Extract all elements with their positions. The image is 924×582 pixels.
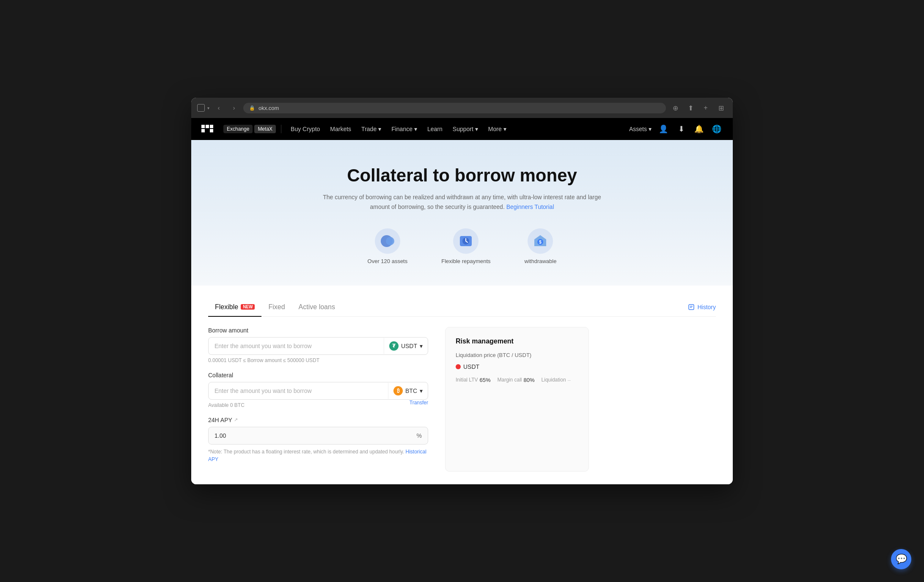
apy-group: 24H APY ↗ % *Note: The product has a flo…	[208, 417, 428, 463]
risk-currency-row: USDT	[456, 363, 578, 370]
risk-metric-ltv: Initial LTV 65%	[456, 377, 491, 383]
risk-metric-liquidation: Liquidation –	[542, 377, 571, 383]
transfer-link[interactable]: Transfer	[410, 400, 428, 408]
history-icon	[688, 304, 695, 310]
collateral-input[interactable]	[209, 382, 388, 399]
nav-divider	[281, 125, 281, 133]
borrow-currency-chevron: ▾	[420, 343, 423, 349]
tab-list: Flexible NEW Fixed Active loans	[208, 298, 688, 316]
trade-chevron: ▾	[378, 126, 381, 132]
nav-buy-crypto[interactable]: Buy Crypto	[286, 123, 324, 135]
feature-repayments: Flexible repayments	[441, 228, 490, 264]
nav-person-icon[interactable]: 👤	[657, 123, 669, 135]
feature-assets-icon	[375, 228, 400, 254]
tabs-bar: ▾	[197, 104, 209, 112]
collateral-hint-row: Available 0 BTC Transfer	[208, 400, 428, 408]
tab-icon	[197, 104, 205, 112]
tab-fixed[interactable]: Fixed	[261, 298, 292, 317]
nav-support[interactable]: Support ▾	[448, 123, 482, 135]
nav-more[interactable]: More ▾	[484, 123, 511, 135]
borrow-currency-label: USDT	[401, 343, 417, 349]
support-chevron: ▾	[475, 126, 478, 132]
nav-right: Assets ▾ 👤 ⬇ 🔔 🌐	[629, 123, 723, 135]
more-chevron: ▾	[503, 126, 506, 132]
nav-markets[interactable]: Markets	[326, 123, 355, 135]
borrow-label: Borrow amount	[208, 327, 428, 334]
nav-assets-button[interactable]: Assets ▾	[629, 126, 652, 132]
okx-logo	[201, 125, 218, 133]
tutorial-link[interactable]: Beginners Tutorial	[506, 203, 554, 210]
risk-dot	[456, 364, 461, 369]
feature-assets-label: Over 120 assets	[368, 258, 408, 264]
risk-subtitle: Liquidation price (BTC / USDT)	[456, 352, 578, 358]
collateral-label: Collateral	[208, 372, 428, 379]
nav-bell-icon[interactable]: 🔔	[693, 123, 705, 135]
browser-chrome: ▾ ‹ › 🔒 okx.com ⊕ ⬆ + ⊞	[191, 98, 733, 118]
nav-metax-tag[interactable]: MetaX	[254, 125, 276, 133]
feature-withdraw-icon: $	[528, 228, 553, 254]
tab-flexible[interactable]: Flexible NEW	[208, 298, 261, 317]
risk-title: Risk management	[456, 338, 578, 345]
nav-finance[interactable]: Finance ▾	[387, 123, 421, 135]
feature-repayments-icon	[453, 228, 478, 254]
new-badge: NEW	[241, 304, 255, 310]
usdt-icon: ₮	[389, 341, 399, 351]
borrow-amount-group: Borrow amount ₮ USDT ▾ 0.00001 USDT ≤ Bo…	[208, 327, 428, 363]
svg-rect-0	[201, 125, 205, 128]
feature-withdraw: $ withdrawable	[525, 228, 557, 264]
apy-label: 24H APY ↗	[208, 417, 428, 423]
nav-exchange-tag[interactable]: Exchange	[223, 125, 253, 133]
hero-features: Over 120 assets Flexible repayments	[200, 228, 724, 264]
tabs-row: Flexible NEW Fixed Active loans History	[208, 298, 716, 317]
nav-trade[interactable]: Trade ▾	[357, 123, 385, 135]
collateral-currency-select[interactable]: ₿ BTC ▾	[388, 383, 428, 399]
collateral-available: Available 0 BTC	[208, 402, 245, 408]
borrow-hint: 0.00001 USDT ≤ Borrow amount ≤ 500000 US…	[208, 357, 428, 363]
collateral-currency-chevron: ▾	[420, 387, 423, 394]
nav-links: Buy Crypto Markets Trade ▾ Finance ▾ Lea…	[286, 123, 629, 135]
collateral-input-row: ₿ BTC ▾	[208, 382, 428, 400]
hero-section: Collateral to borrow money The currency …	[191, 140, 733, 286]
apy-input-row: %	[208, 427, 428, 445]
grid-btn[interactable]: ⊞	[715, 102, 727, 114]
svg-rect-4	[210, 129, 213, 132]
forward-button[interactable]: ›	[228, 102, 240, 114]
url-text: okx.com	[258, 105, 279, 111]
ext-link-icon: ↗	[234, 417, 238, 423]
borrow-input[interactable]	[209, 338, 384, 354]
apy-pct: %	[411, 429, 428, 442]
apy-input[interactable]	[209, 427, 411, 444]
new-tab-btn[interactable]: +	[700, 102, 712, 114]
risk-currency-label: USDT	[463, 363, 479, 370]
nav-download-icon[interactable]: ⬇	[675, 123, 687, 135]
note-text: *Note: The product has a floating intere…	[208, 448, 428, 463]
feature-withdraw-label: withdrawable	[525, 258, 557, 264]
hero-subtitle: The currency of borrowing can be realize…	[314, 192, 610, 211]
nav-learn[interactable]: Learn	[423, 123, 447, 135]
tab-chevron: ▾	[207, 106, 209, 110]
okx-nav: Exchange MetaX Buy Crypto Markets Trade …	[191, 118, 733, 140]
tab-active-loans[interactable]: Active loans	[292, 298, 342, 317]
back-button[interactable]: ‹	[213, 102, 225, 114]
share-btn[interactable]: ⬆	[685, 102, 696, 114]
hero-title: Collateral to borrow money	[200, 165, 724, 186]
risk-metric-margin: Margin call 80%	[498, 377, 535, 383]
address-bar[interactable]: 🔒 okx.com	[243, 103, 666, 113]
assets-chevron: ▾	[649, 126, 652, 132]
form-section: Borrow amount ₮ USDT ▾ 0.00001 USDT ≤ Bo…	[208, 327, 428, 472]
history-button[interactable]: History	[688, 304, 716, 310]
risk-metrics: Initial LTV 65% Margin call 80% Liquidat…	[456, 377, 578, 383]
finance-chevron: ▾	[414, 126, 417, 132]
feature-assets: Over 120 assets	[368, 228, 408, 264]
history-label: History	[697, 304, 716, 310]
borrow-currency-select[interactable]: ₮ USDT ▾	[384, 338, 428, 354]
svg-text:$: $	[539, 240, 542, 244]
chat-bubble[interactable]: 💬	[891, 549, 911, 569]
browser-window: ▾ ‹ › 🔒 okx.com ⊕ ⬆ + ⊞ Exchange MetaX	[191, 98, 733, 484]
browser-actions: ⊕ ⬆ + ⊞	[669, 102, 727, 114]
svg-rect-11	[689, 305, 694, 310]
svg-rect-3	[201, 129, 205, 132]
profile-btn[interactable]: ⊕	[669, 102, 681, 114]
svg-point-6	[386, 237, 394, 245]
nav-globe-icon[interactable]: 🌐	[711, 123, 723, 135]
